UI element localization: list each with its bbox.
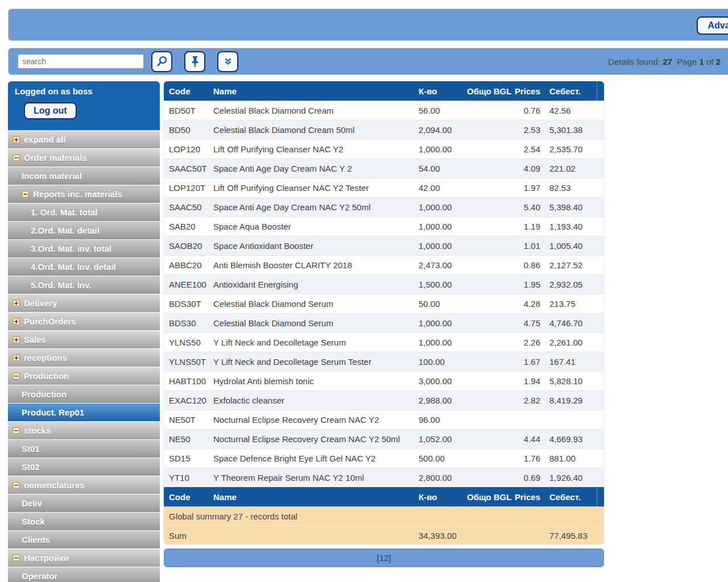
sidebar-item-expand-all[interactable]: +expand all [8, 131, 160, 148]
sidebar-item-purchorders[interactable]: +PurchOrders [8, 313, 160, 330]
cell-spacer [597, 468, 604, 487]
sidebar-item-4-ord-mat-inv-detail[interactable]: 4.Ord. Mat. Inv. detail [8, 258, 160, 276]
sidebar-item-clients[interactable]: Clients [8, 531, 160, 548]
pin-button[interactable] [184, 51, 205, 72]
cell-total-bgl [467, 430, 517, 448]
minus-box-icon[interactable]: − [22, 190, 29, 198]
sidebar-item-reports-inc-materials[interactable]: −Reports inc. materials [8, 185, 160, 203]
sidebar-item-настройки[interactable]: −Настройки [8, 549, 160, 567]
minus-box-icon[interactable]: − [13, 154, 20, 161]
main-report-area: CodeNameК-воОбщо BGLPricesСебест. BD50TC… [164, 81, 604, 582]
sidebar-item-st01[interactable]: St01 [8, 440, 160, 458]
search-input[interactable] [18, 54, 144, 69]
sidebar-item-3-ord-mat-inv-total[interactable]: 3.Ord. Mat. inv. total [8, 240, 160, 257]
table-row[interactable]: BDS30Celestial Black Diamond Serum1,000.… [164, 313, 604, 332]
cell-spacer [597, 410, 604, 429]
cell-code: SAB20 [164, 217, 213, 236]
column-header-к-во[interactable]: К-во [419, 487, 467, 506]
table-row[interactable]: LOP120Lift Off Purifying Cleanser NAC Y2… [164, 139, 604, 159]
column-header-к-во[interactable]: К-во [419, 81, 467, 101]
sidebar-item-delivery[interactable]: +Delivery [8, 294, 160, 312]
sidebar-item-5-ord-mat-inv[interactable]: 5.Ord. Mat. Inv. [8, 276, 160, 294]
sidebar-item-production[interactable]: Production [8, 385, 160, 403]
table-row[interactable]: BD50TCelestial Black Diamond Cream56.000… [164, 101, 604, 120]
table-row[interactable]: SAOB20Space Antioxidant Booster1,000.001… [164, 236, 604, 255]
sidebar-item-sales[interactable]: +Sales [8, 331, 160, 348]
sidebar-item-product-rep01[interactable]: Product. Rep01 [8, 404, 160, 421]
plus-box-icon[interactable]: + [13, 354, 20, 361]
column-header-себест-[interactable]: Себест. [545, 81, 597, 101]
search-button[interactable] [151, 51, 172, 72]
table-row[interactable]: YLNS50TY Lift Neck and Decolletage Serum… [164, 352, 604, 371]
table-row[interactable]: BD50Celestial Black Diamond Cream 50ml2,… [164, 120, 604, 139]
column-header-prices[interactable]: Prices [517, 487, 545, 506]
cell-name: Y Theorem Repair Serum NAC Y2 10ml [213, 468, 419, 487]
cell-name: Celestial Black Diamond Serum [213, 314, 419, 332]
column-header-name[interactable]: Name [213, 81, 419, 101]
sidebar-item-receptions[interactable]: +receptions [8, 349, 160, 367]
minus-box-icon[interactable]: − [13, 481, 20, 489]
column-header-общо-bgl[interactable]: Общо BGL [467, 487, 517, 506]
table-row[interactable]: ABBC20Anti Blemish Booster CLARITY 20182… [164, 255, 604, 275]
column-header-общо-bgl[interactable]: Общо BGL [467, 81, 517, 101]
cell-name: Space Anti Age Day Cream NAC Y2 50ml [213, 198, 419, 217]
table-row[interactable]: SAAC50Space Anti Age Day Cream NAC Y2 50… [164, 197, 604, 217]
sidebar-item-nomenclatures[interactable]: −nomenclatures [8, 476, 160, 494]
minus-box-icon[interactable]: − [13, 554, 20, 562]
column-header-себест-[interactable]: Себест. [545, 487, 597, 506]
advanced-button[interactable]: Advanced [697, 16, 728, 35]
expand-panel-button[interactable] [217, 51, 238, 72]
sidebar-item-label: 5.Ord. Mat. Inv. [31, 280, 91, 290]
plus-box-icon[interactable]: + [13, 318, 20, 325]
sidebar-item-st02[interactable]: St02 [8, 458, 160, 476]
plus-box-icon[interactable]: + [13, 136, 20, 143]
column-header-code[interactable]: Code [164, 81, 213, 101]
logout-button[interactable]: Log out [24, 102, 77, 119]
sidebar-item-stock[interactable]: Stock [8, 513, 160, 530]
table-body: BD50TCelestial Black Diamond Cream56.000… [164, 101, 604, 487]
plus-box-icon[interactable]: + [13, 336, 20, 343]
sidebar-item-label: Order materials [24, 153, 87, 163]
pagination-bar[interactable]: [12] [164, 548, 604, 567]
search-toolbar: Details found: 27 Page 1 of 2 [8, 48, 728, 75]
sidebar-item-2-ord-mat-detail[interactable]: 2.Ord. Mat. detail [8, 222, 160, 239]
table-row[interactable]: SD15Space Defence Bright Eye Lift Gel NA… [164, 448, 604, 468]
cell-quantity: 2,800.00 [419, 468, 467, 487]
sidebar-item-label: Production [22, 389, 67, 399]
sidebar-item-incom-material[interactable]: Incom material [8, 167, 160, 185]
cell-cost: 4,669.93 [545, 430, 597, 448]
table-row[interactable]: LOP120TLift Off Purifying Cleanser NAC Y… [164, 178, 604, 197]
table-row[interactable]: YLNS50Y Lift Neck and Decolletage Serum1… [164, 332, 604, 352]
sidebar-item-deliv[interactable]: Deliv [8, 494, 160, 512]
table-row[interactable]: YT10Y Theorem Repair Serum NAC Y2 10ml2,… [164, 468, 604, 487]
sidebar-item-label: St01 [22, 444, 40, 454]
table-row[interactable]: HABT100Hydrolat Anti blemish tonic3,000.… [164, 371, 604, 390]
column-header-name[interactable]: Name [213, 487, 419, 506]
sidebar-user-header: Logged on as boss Log out [8, 81, 160, 130]
results-status: Details found: 27 Page 1 of 2 [608, 57, 721, 66]
table-row[interactable]: NE50TNocturnal Eclipse Recovery Cream NA… [164, 410, 604, 429]
cell-code: BDS30 [164, 314, 213, 332]
sum-row: Sum 34,393.00 77,495.83 [164, 526, 604, 544]
sidebar-item-stocks[interactable]: −stocks [8, 422, 160, 439]
minus-box-icon[interactable]: − [13, 372, 20, 380]
sidebar-item-production[interactable]: −Production [8, 367, 160, 385]
sidebar-item-order-materials[interactable]: −Order materials [8, 149, 160, 167]
cell-price: 0.86 [517, 256, 545, 275]
plus-box-icon[interactable]: + [13, 300, 20, 307]
table-row[interactable]: SAB20Space Aqua Booster1,000.001.191,193… [164, 217, 604, 236]
table-row[interactable]: BDS30TCelestial Black Diamond Serum50.00… [164, 294, 604, 313]
sidebar-item-1-ord-mat-total[interactable]: 1. Ord. Mat. total [8, 203, 160, 221]
column-header-prices[interactable]: Prices [517, 81, 545, 101]
sidebar-item-operator[interactable]: Operator [8, 567, 160, 582]
minus-box-icon[interactable]: − [13, 427, 20, 434]
table-row[interactable]: ANEE100Antioxidant Energising1,500.001.9… [164, 275, 604, 294]
table-row[interactable]: EXAC120Exfolactic cleanser2,988.002.828,… [164, 390, 604, 410]
table-row[interactable]: NE50Nocturnal Eclipse Recovery Cream NAC… [164, 429, 604, 448]
column-header-code[interactable]: Code [164, 487, 213, 506]
double-chevron-down-icon [222, 55, 234, 68]
logged-on-text: Logged on as boss [15, 86, 153, 96]
cell-price: 2.82 [517, 391, 545, 410]
cell-total-bgl [467, 391, 517, 410]
table-row[interactable]: SAAC50TSpace Anti Age Day Cream NAC Y 25… [164, 159, 604, 178]
